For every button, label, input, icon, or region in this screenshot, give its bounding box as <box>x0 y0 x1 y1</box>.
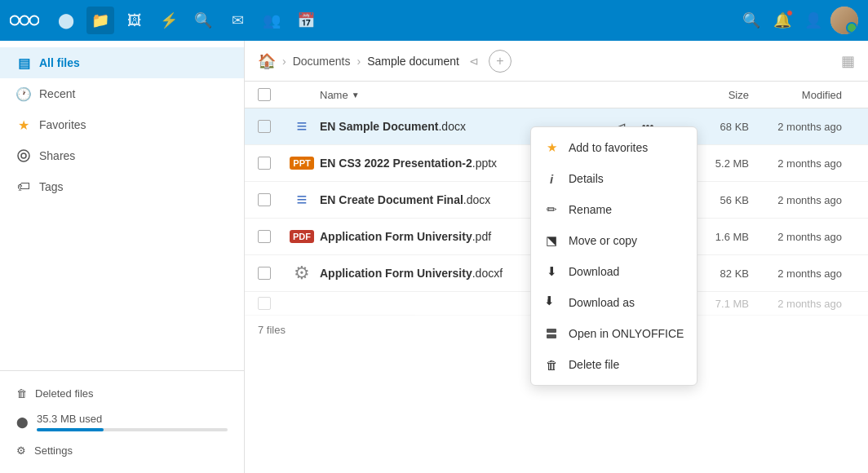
move-copy-icon: ⬔ <box>544 233 559 248</box>
col-modified-header[interactable]: Modified <box>749 89 855 101</box>
svg-point-4 <box>21 153 26 158</box>
file-type-icon-docx: ≡ <box>290 187 313 213</box>
recent-icon: 🕐 <box>16 86 31 101</box>
menu-label-download-as: Download as <box>569 296 635 309</box>
sidebar-label-shares: Shares <box>39 149 75 162</box>
select-all-checkbox[interactable] <box>258 88 271 101</box>
sidebar-item-recent[interactable]: 🕐 Recent <box>0 78 244 109</box>
favorites-icon: ★ <box>16 117 31 132</box>
grid-view-icon[interactable]: ▦ <box>841 52 855 70</box>
deleted-files-label: Deleted files <box>35 387 94 400</box>
file-modified: 2 months ago <box>749 267 855 280</box>
user-avatar[interactable] <box>830 7 858 34</box>
col-name-header[interactable]: Name ▼ <box>320 89 610 101</box>
add-favorites-icon: ★ <box>544 140 559 155</box>
file-modified: 2 months ago <box>749 298 855 310</box>
nav-files-icon[interactable]: 📁 <box>86 7 114 34</box>
nav-calendar-icon[interactable]: 📅 <box>292 7 320 34</box>
top-navigation: ⬤ 📁 🖼 ⚡ 🔍 ✉ 👥 📅 🔍 🔔 👤 <box>0 0 868 41</box>
file-modified: 2 months ago <box>749 157 855 170</box>
sidebar-navigation: ▤ All files 🕐 Recent ★ Favorites Shares <box>0 41 244 370</box>
nav-search-icon[interactable]: 🔍 <box>189 7 217 34</box>
delete-icon: 🗑 <box>544 357 559 372</box>
menu-add-favorites[interactable]: ★ Add to favorites <box>531 132 697 163</box>
nav-contacts-icon[interactable]: 👤 <box>799 7 827 34</box>
settings-icon: ⚙ <box>16 444 26 457</box>
breadcrumb-home[interactable]: 🏠 <box>258 52 276 70</box>
nav-mail-icon[interactable]: ✉ <box>224 7 251 34</box>
notifications-icon[interactable]: 🔔 <box>768 7 796 34</box>
all-files-icon: ▤ <box>16 55 31 70</box>
row-checkbox[interactable] <box>258 297 271 310</box>
menu-delete[interactable]: 🗑 Delete file <box>531 349 697 380</box>
context-menu: ★ Add to favorites i Details ✏ Rename ⬔ … <box>530 126 698 386</box>
breadcrumb-sep-1: › <box>282 55 286 68</box>
sidebar-item-all-files[interactable]: ▤ All files <box>0 47 244 78</box>
download-as-icon: ⬇ ⬇ ⬇ <box>544 295 559 310</box>
breadcrumb-share-icon[interactable]: ⊲ <box>469 55 479 68</box>
row-checkbox[interactable] <box>258 120 271 133</box>
shares-icon <box>16 148 31 163</box>
storage-icon: ⬤ <box>16 416 29 428</box>
storage-fill <box>37 428 104 431</box>
nav-activity-icon[interactable]: ⚡ <box>155 7 183 34</box>
menu-label-open-onlyoffice: Open in ONLYOFFICE <box>569 327 684 340</box>
storage-label: 35.3 MB used <box>37 413 102 425</box>
sidebar-storage: ⬤ 35.3 MB used <box>16 406 228 438</box>
notification-badge <box>786 10 793 16</box>
menu-label-delete: Delete file <box>569 358 619 371</box>
app-logo[interactable] <box>10 11 39 29</box>
sidebar-item-tags[interactable]: 🏷 Tags <box>0 171 244 202</box>
nav-search-button[interactable]: 🔍 <box>737 7 765 34</box>
breadcrumb-current[interactable]: Sample document <box>367 55 459 68</box>
row-checkbox[interactable] <box>258 193 271 206</box>
menu-move-copy[interactable]: ⬔ Move or copy <box>531 225 697 256</box>
menu-download[interactable]: ⬇ Download <box>531 256 697 287</box>
details-icon: i <box>544 171 559 186</box>
file-type-icon-docx: ≡ <box>290 113 313 139</box>
sidebar-item-shares[interactable]: Shares <box>0 140 244 171</box>
svg-point-1 <box>20 16 29 25</box>
sidebar-item-favorites[interactable]: ★ Favorites <box>0 109 244 140</box>
sidebar: ▤ All files 🕐 Recent ★ Favorites Shares <box>0 41 245 473</box>
menu-open-onlyoffice[interactable]: Open in ONLYOFFICE <box>531 318 697 349</box>
file-modified: 2 months ago <box>749 194 855 206</box>
svg-point-0 <box>11 16 20 25</box>
menu-rename[interactable]: ✏ Rename <box>531 194 697 225</box>
menu-label-rename: Rename <box>569 203 612 216</box>
breadcrumb-documents[interactable]: Documents <box>293 55 351 68</box>
file-type-icon-gear: ⚙ <box>290 260 313 286</box>
open-onlyoffice-icon <box>544 326 559 341</box>
nav-home-icon[interactable]: ⬤ <box>52 7 80 34</box>
sidebar-bottom: 🗑 Deleted files ⬤ 35.3 MB used ⚙ Setting… <box>0 370 244 473</box>
storage-bar <box>37 428 228 431</box>
menu-label-add-favorites: Add to favorites <box>569 141 648 154</box>
breadcrumb-add-button[interactable]: + <box>489 50 512 73</box>
row-checkbox[interactable] <box>258 267 271 280</box>
sidebar-settings[interactable]: ⚙ Settings <box>16 438 228 463</box>
breadcrumb-sep-2: › <box>356 55 361 68</box>
file-modified: 2 months ago <box>749 121 855 133</box>
file-type-icon-pptx: PPT <box>290 150 313 176</box>
sidebar-deleted-files[interactable]: 🗑 Deleted files <box>16 381 228 406</box>
svg-point-3 <box>18 150 29 161</box>
nav-photos-icon[interactable]: 🖼 <box>121 7 148 34</box>
main-content: 🏠 › Documents › Sample document ⊲ + ▦ Na… <box>245 41 868 473</box>
col-size-header[interactable]: Size <box>675 89 749 101</box>
sidebar-label-tags: Tags <box>39 180 64 193</box>
menu-details[interactable]: i Details <box>531 163 697 194</box>
tags-icon: 🏷 <box>16 179 31 194</box>
table-header: Name ▼ Size Modified <box>245 82 868 108</box>
menu-label-details: Details <box>569 172 604 185</box>
menu-download-as[interactable]: ⬇ ⬇ ⬇ Download as <box>531 287 697 318</box>
menu-label-move-copy: Move or copy <box>569 234 637 247</box>
row-checkbox[interactable] <box>258 230 271 243</box>
row-checkbox[interactable] <box>258 157 271 170</box>
svg-rect-5 <box>547 329 556 333</box>
sidebar-label-favorites: Favorites <box>39 118 86 131</box>
rename-icon: ✏ <box>544 202 559 217</box>
menu-label-download: Download <box>569 265 619 278</box>
file-modified: 2 months ago <box>749 231 855 243</box>
sidebar-label-recent: Recent <box>39 87 75 100</box>
nav-people-icon[interactable]: 👥 <box>258 7 286 34</box>
